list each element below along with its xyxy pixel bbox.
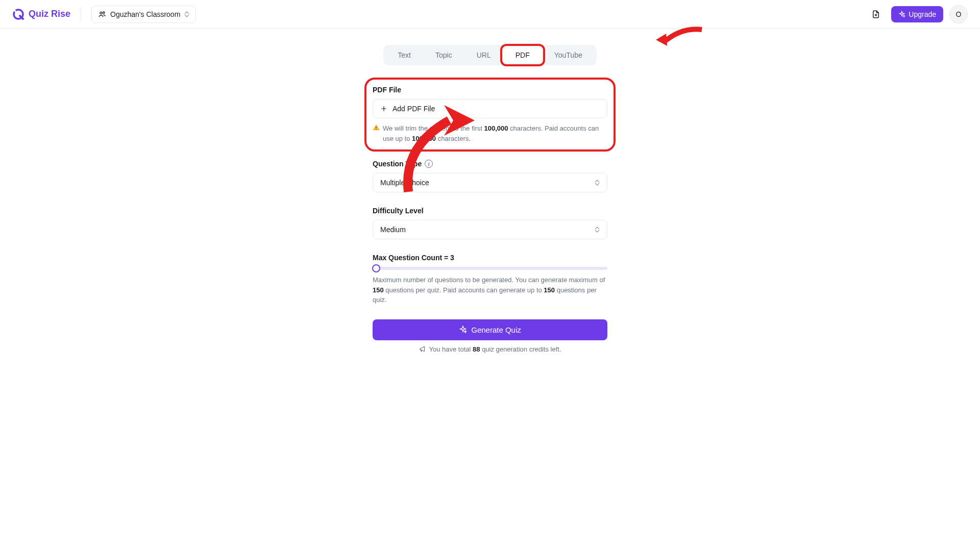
- max-count-section: Max Question Count = 3 Maximum number of…: [373, 254, 607, 305]
- plus-icon: [380, 105, 387, 112]
- add-pdf-label: Add PDF File: [393, 105, 435, 113]
- sparkle-icon: [898, 11, 905, 18]
- max-count-helper: Maximum number of questions to be genera…: [373, 275, 607, 305]
- max-count-helper-content: Maximum number of questions to be genera…: [373, 275, 607, 305]
- difficulty-label: Difficulty Level: [373, 207, 607, 215]
- document-add-button[interactable]: [867, 5, 885, 23]
- tabs-container: Text Topic URL PDF YouTube: [383, 45, 596, 65]
- megaphone-icon: [419, 345, 426, 353]
- pdf-helper-text: We will trim the content to the first 10…: [373, 123, 607, 143]
- max-count-label: Max Question Count = 3: [373, 254, 607, 262]
- tab-url[interactable]: URL: [464, 47, 503, 63]
- chevron-updown-icon: [184, 11, 189, 17]
- chevron-updown-icon: [595, 180, 600, 186]
- quiz-form: PDF File Add PDF File We will trim the c…: [373, 84, 607, 353]
- main-content: Text Topic URL PDF YouTube PDF File Add …: [245, 29, 735, 369]
- difficulty-section: Difficulty Level Medium: [373, 207, 607, 239]
- chevron-updown-icon: [595, 227, 600, 233]
- avatar-initial: O: [956, 10, 962, 18]
- brand-name: Quiz Rise: [29, 9, 70, 19]
- users-icon: [98, 10, 106, 18]
- svg-point-2: [103, 12, 105, 13]
- source-tabs: Text Topic URL PDF YouTube: [245, 45, 735, 65]
- question-type-section: Question Type i Multiple Choice: [373, 160, 607, 192]
- pdf-helper-content: We will trim the content to the first 10…: [383, 123, 607, 143]
- max-count-slider-wrap: Maximum number of questions to be genera…: [373, 267, 607, 305]
- tab-topic[interactable]: Topic: [423, 47, 464, 63]
- sparkle-icon: [459, 325, 467, 334]
- difficulty-value: Medium: [380, 226, 406, 234]
- generate-quiz-button[interactable]: Generate Quiz: [373, 319, 607, 340]
- generate-label: Generate Quiz: [471, 325, 521, 334]
- question-type-label: Question Type i: [373, 160, 607, 168]
- upgrade-button[interactable]: Upgrade: [891, 6, 943, 22]
- difficulty-select[interactable]: Medium: [373, 220, 607, 239]
- max-count-slider[interactable]: [373, 267, 607, 270]
- document-add-icon: [871, 10, 880, 19]
- header-right: Upgrade O: [867, 5, 968, 23]
- app-header: Quiz Rise Oguzhan's Classroom: [0, 0, 980, 29]
- svg-point-1: [100, 12, 102, 14]
- tab-youtube[interactable]: YouTube: [542, 47, 595, 63]
- pdf-file-section: PDF File Add PDF File We will trim the c…: [371, 84, 609, 145]
- question-type-select[interactable]: Multiple Choice: [373, 173, 607, 192]
- warning-icon: [373, 124, 380, 131]
- brand-logo[interactable]: Quiz Rise: [12, 8, 70, 20]
- user-avatar[interactable]: O: [949, 5, 968, 23]
- upgrade-label: Upgrade: [909, 10, 936, 18]
- add-pdf-button[interactable]: Add PDF File: [373, 99, 607, 118]
- credits-info: You have total 88 quiz generation credit…: [373, 345, 607, 353]
- header-left: Quiz Rise Oguzhan's Classroom: [12, 6, 196, 23]
- classroom-name: Oguzhan's Classroom: [110, 10, 180, 18]
- logo-icon: [12, 8, 24, 20]
- tab-text[interactable]: Text: [385, 47, 423, 63]
- slider-thumb[interactable]: [372, 264, 380, 272]
- credits-text: You have total 88 quiz generation credit…: [429, 345, 561, 353]
- svg-point-3: [376, 129, 376, 129]
- info-icon[interactable]: i: [425, 160, 433, 168]
- divider: [81, 7, 81, 21]
- pdf-file-label: PDF File: [373, 86, 607, 94]
- classroom-selector[interactable]: Oguzhan's Classroom: [91, 6, 196, 23]
- tab-pdf[interactable]: PDF: [503, 47, 542, 63]
- question-type-value: Multiple Choice: [380, 179, 429, 187]
